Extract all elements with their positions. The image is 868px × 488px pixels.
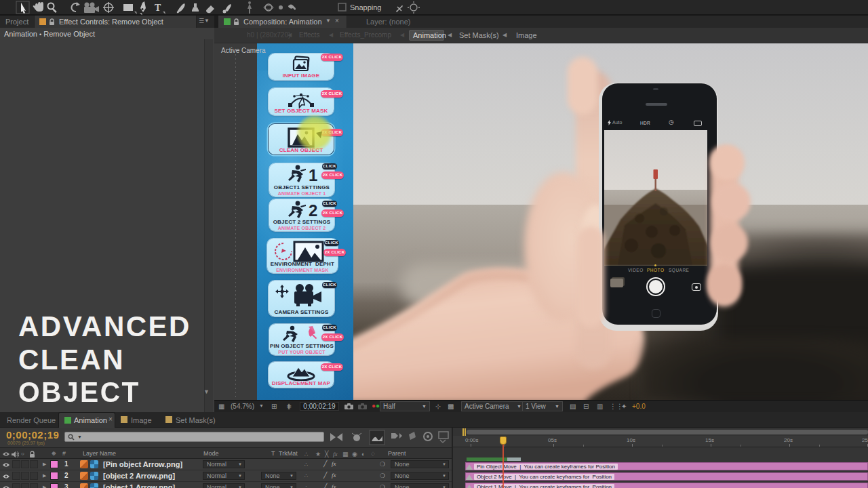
svg-text:◉: ◉ <box>352 451 357 458</box>
svg-text:Snapping: Snapping <box>350 3 382 12</box>
svg-text:∴: ∴ <box>304 451 309 458</box>
svg-text:fx: fx <box>333 451 338 458</box>
svg-text:▦: ▦ <box>342 451 349 458</box>
svg-text:★: ★ <box>315 451 321 458</box>
svg-text:T: T <box>155 3 161 13</box>
svg-text:♢: ♢ <box>370 451 376 458</box>
svg-text:╳: ╳ <box>324 450 329 458</box>
svg-text:1: 1 <box>309 166 317 184</box>
svg-text:◐: ◐ <box>361 451 365 458</box>
svg-text:2: 2 <box>309 201 317 220</box>
